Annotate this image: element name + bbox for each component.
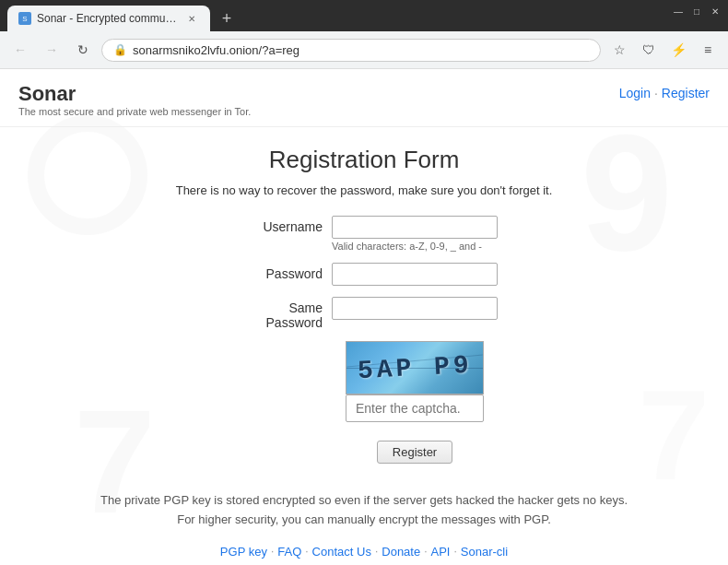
password-field-area — [332, 263, 498, 286]
registration-form: Username Valid characters: a-Z, 0-9, _ a… — [134, 216, 594, 464]
footer-info-line1: The private PGP key is stored encrypted … — [100, 491, 628, 511]
shield-icon[interactable]: 🛡 — [636, 37, 662, 63]
active-tab[interactable]: S Sonar - Encrypted communica... ✕ — [7, 6, 210, 31]
same-password-label: Same Password — [230, 297, 332, 330]
username-row: Username Valid characters: a-Z, 0-9, _ a… — [134, 216, 594, 252]
username-label: Username — [230, 216, 332, 234]
logo-tagline: The most secure and private web messenge… — [18, 106, 251, 117]
tab-title: Sonar - Encrypted communica... — [37, 12, 179, 25]
back-button[interactable]: ← — [7, 37, 33, 63]
menu-icon[interactable]: ≡ — [695, 37, 721, 63]
address-bar[interactable]: 🔒 sonarmsniko2lvfu.onion/?a=reg — [101, 39, 601, 62]
register-button[interactable]: Register — [377, 441, 452, 464]
sonar-cli-link[interactable]: Sonar-cli — [461, 545, 508, 559]
footer-links: PGP key · FAQ · Contact Us · Donate · AP… — [100, 545, 628, 559]
captcha-input[interactable] — [346, 394, 484, 422]
url-text: sonarmsniko2lvfu.onion/?a=reg — [133, 43, 589, 57]
same-password-input[interactable] — [332, 297, 498, 320]
footer-info: The private PGP key is stored encrypted … — [100, 491, 628, 530]
close-window-button[interactable]: ✕ — [710, 6, 721, 17]
page-content: 9 7 7 Sonar The most secure and private … — [0, 69, 728, 565]
page-title: Registration Form — [269, 146, 460, 174]
header-nav: Login · Register — [619, 82, 710, 100]
donate-link[interactable]: Donate — [382, 545, 420, 559]
password-warning: There is no way to recover the password,… — [176, 183, 553, 197]
password-row: Password — [134, 263, 594, 286]
contact-us-link[interactable]: Contact Us — [312, 545, 371, 559]
same-password-field-area — [332, 297, 498, 320]
captcha-line1 — [346, 368, 483, 369]
new-tab-button[interactable]: + — [214, 6, 240, 31]
bookmarks-icon[interactable]: ☆ — [606, 37, 632, 63]
lock-icon: 🔒 — [113, 43, 127, 56]
footer-info-line2: For higher security, you can manually en… — [100, 511, 628, 530]
logo-name: Sonar — [18, 82, 251, 106]
captcha-area: 5AP P9 — [346, 341, 484, 422]
username-input[interactable] — [332, 216, 498, 239]
minimize-button[interactable]: — — [673, 6, 684, 17]
username-field-area: Valid characters: a-Z, 0-9, _ and - — [332, 216, 498, 252]
faq-link[interactable]: FAQ — [277, 545, 301, 559]
same-password-row: Same Password — [134, 297, 594, 330]
site-logo: Sonar The most secure and private web me… — [18, 82, 251, 117]
tab-favicon: S — [18, 12, 31, 25]
login-link[interactable]: Login — [619, 86, 651, 100]
main-content: Registration Form There is no way to rec… — [0, 127, 728, 565]
nav-separator: · — [654, 86, 658, 100]
api-link[interactable]: API — [431, 545, 451, 559]
captcha-image: 5AP P9 — [346, 341, 484, 394]
forward-button[interactable]: → — [39, 37, 65, 63]
password-label: Password — [230, 263, 332, 281]
refresh-button[interactable]: ↻ — [70, 37, 96, 63]
cast-icon[interactable]: ⚡ — [665, 37, 691, 63]
username-hint: Valid characters: a-Z, 0-9, _ and - — [332, 241, 498, 252]
maximize-button[interactable]: □ — [691, 6, 702, 17]
pgp-key-link[interactable]: PGP key — [220, 545, 267, 559]
page-footer: The private PGP key is stored encrypted … — [82, 464, 646, 565]
site-header: Sonar The most secure and private web me… — [0, 69, 728, 127]
tab-close-button[interactable]: ✕ — [184, 11, 199, 26]
password-input[interactable] — [332, 263, 498, 286]
register-link[interactable]: Register — [662, 86, 710, 100]
